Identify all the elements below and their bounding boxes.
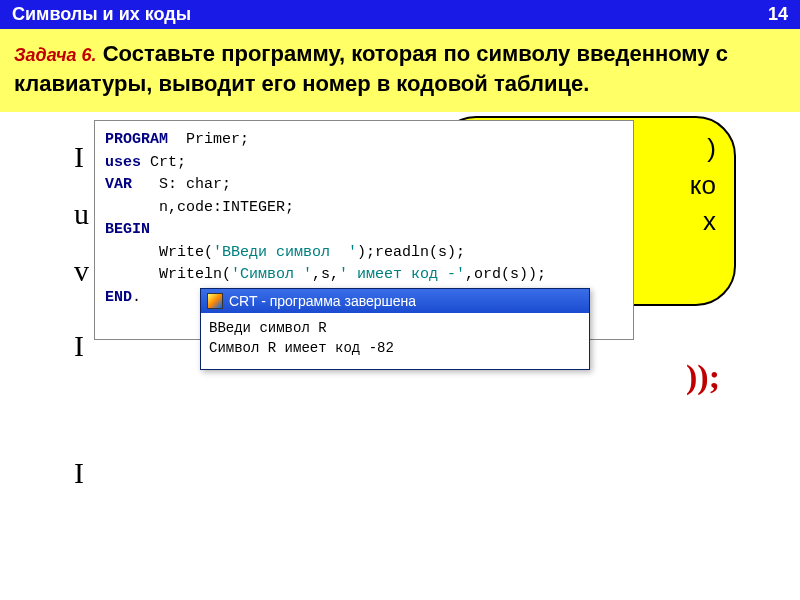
slide-title: Символы и их коды: [12, 4, 191, 25]
frag: I: [74, 128, 89, 185]
code-line: PROGRAM Primer;: [105, 129, 623, 152]
code-line: n,code:INTEGER;: [105, 197, 623, 220]
content-area: I u v I I ) ко х )); PROGRAM Primer; use…: [0, 112, 800, 542]
code-line: BEGIN: [105, 219, 623, 242]
slide-page-number: 14: [768, 4, 788, 25]
crt-output-line: ВВеди символ R: [209, 319, 581, 339]
task-text: Составьте программу, которая по символу …: [14, 41, 728, 96]
frag: v: [74, 242, 89, 299]
app-icon: [207, 293, 223, 309]
slide-header: Символы и их коды 14: [0, 0, 800, 29]
code-line: Writeln('Символ ',s,' имеет код -',ord(s…: [105, 264, 623, 287]
task-block: Задача 6. Составьте программу, которая п…: [0, 29, 800, 112]
crt-body: ВВеди символ R Символ R имеет код -82: [201, 313, 589, 368]
crt-output-line: Символ R имеет код -82: [209, 339, 581, 359]
crt-title-text: CRT - программа завершена: [229, 293, 416, 309]
frag: u: [74, 185, 89, 242]
code-line: Write('ВВеди символ ');readln(s);: [105, 242, 623, 265]
frag: I: [74, 444, 89, 501]
crt-output-window: CRT - программа завершена ВВеди символ R…: [200, 288, 590, 369]
frag: I: [74, 317, 89, 374]
code-line: VAR S: char;: [105, 174, 623, 197]
red-fragment: ));: [686, 358, 720, 396]
code-line: uses Crt;: [105, 152, 623, 175]
crt-titlebar: CRT - программа завершена: [201, 289, 589, 313]
left-fragments: I u v I I: [74, 128, 89, 501]
task-label: Задача 6.: [14, 45, 97, 65]
